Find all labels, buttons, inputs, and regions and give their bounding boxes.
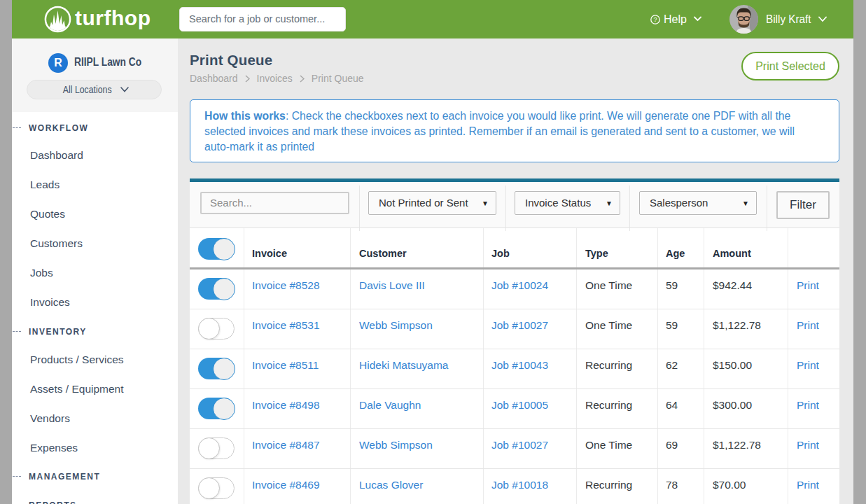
- svg-text:?: ?: [653, 16, 657, 23]
